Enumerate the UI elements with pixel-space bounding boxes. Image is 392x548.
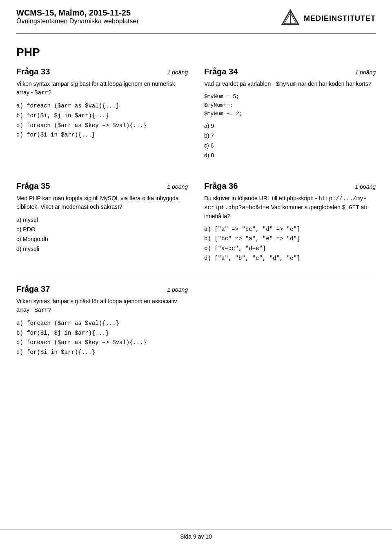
answer-34-b: b) 7: [204, 131, 376, 141]
question-33: Fråga 33 1 poäng Vilken syntax lämpar si…: [16, 67, 188, 161]
question-37: Fråga 37 1 poäng Vilken syntax lämpar si…: [16, 284, 188, 358]
question-placeholder: [204, 284, 376, 358]
question-36-header: Fråga 36 1 poäng: [204, 181, 376, 191]
question-36-text: Du skriver in följande URL till ett php-…: [204, 194, 376, 221]
answer-37-d: d) for($i in $arr){...}: [16, 348, 188, 358]
answer-36-d: d) ["a", "b", "c", "d", "e"]: [204, 254, 376, 264]
divider-2: [16, 276, 376, 276]
logo-text: MEDIEINSTITUTET: [304, 14, 376, 23]
question-33-text: Vilken syntax lämpar sig bäst för att lo…: [16, 80, 188, 97]
question-36-title: Fråga 36: [204, 181, 238, 191]
question-35-points: 1 poäng: [167, 183, 188, 190]
question-36: Fråga 36 1 poäng Du skriver in följande …: [204, 181, 376, 264]
answer-35-d: d) mysqli: [16, 244, 188, 254]
question-35: Fråga 35 1 poäng Med PHP kan man koppla …: [16, 181, 188, 264]
question-34-points: 1 poäng: [355, 69, 376, 76]
questions-row-3: Fråga 37 1 poäng Vilken syntax lämpar si…: [16, 284, 376, 358]
answer-34-a: a) 9: [204, 121, 376, 131]
divider-1: [16, 173, 376, 173]
question-36-answers: a) ["a" => "bc", "d" => "e"] b) ["bc" =>…: [204, 225, 376, 264]
answer-37-a: a) foreach ($arr as $val){...}: [16, 319, 188, 329]
answer-36-a: a) ["a" => "bc", "d" => "e"]: [204, 225, 376, 235]
answer-33-b: b) for($i, $j in $arr){...}: [16, 111, 188, 121]
logo-icon: [280, 8, 301, 29]
question-34-title: Fråga 34: [204, 67, 238, 76]
question-35-text: Med PHP kan man koppla sig till MySQL vi…: [16, 194, 188, 211]
question-33-answers: a) foreach ($arr as $val){...} b) for($i…: [16, 101, 188, 140]
section-heading: PHP: [16, 46, 376, 59]
answer-35-c: c) Mongo.db: [16, 235, 188, 244]
header-left: WCMS-15, Malmö, 2015-11-25 Övningstentam…: [16, 8, 139, 25]
answer-36-c: c) ["a=bc", "d=e"]: [204, 244, 376, 254]
answer-37-b: b) for($i, $j in $arr){...}: [16, 329, 188, 338]
answer-36-b: b) ["bc" => "a", "e" => "d"]: [204, 234, 376, 244]
question-34-header: Fråga 34 1 poäng: [204, 67, 376, 76]
questions-row-2: Fråga 35 1 poäng Med PHP kan man koppla …: [16, 181, 376, 264]
answer-37-c: c) foreach ($arr as $key => $val){...}: [16, 338, 188, 348]
question-34-text: Vad är värdet på variablen - $myNum när …: [204, 80, 376, 89]
question-37-points: 1 poäng: [167, 286, 188, 293]
question-37-title: Fråga 37: [16, 284, 50, 294]
question-34: Fråga 34 1 poäng Vad är värdet på variab…: [204, 67, 376, 161]
question-35-answers: a) mysql b) PDO c) Mongo.db d) mysqli: [16, 215, 188, 254]
page-number: Sida 9 av 10: [180, 533, 212, 540]
question-36-points: 1 poäng: [355, 183, 376, 190]
answer-35-a: a) mysql: [16, 215, 188, 225]
header-subtitle: Övningstentamen Dynamiska webbplatser: [16, 18, 139, 25]
question-37-text: Vilken syntax lämpar sig bäst för att lo…: [16, 297, 188, 315]
answer-34-d: d) 8: [204, 151, 376, 161]
question-33-title: Fråga 33: [16, 67, 50, 76]
page-header: WCMS-15, Malmö, 2015-11-25 Övningstentam…: [16, 8, 376, 34]
question-35-title: Fråga 35: [16, 181, 50, 191]
answer-33-a: a) foreach ($arr as $val){...}: [16, 101, 188, 111]
header-logo: MEDIEINSTITUTET: [280, 8, 376, 29]
answer-33-c: c) foreach ($arr as $key => $val){...}: [16, 121, 188, 131]
question-33-points: 1 poäng: [167, 69, 188, 76]
header-title: WCMS-15, Malmö, 2015-11-25: [16, 8, 139, 18]
page-footer: Sida 9 av 10: [0, 530, 392, 540]
question-37-header: Fråga 37 1 poäng: [16, 284, 188, 294]
questions-row-1: Fråga 33 1 poäng Vilken syntax lämpar si…: [16, 67, 376, 161]
question-34-answers: a) 9 b) 7 c) 6 d) 8: [204, 121, 376, 160]
question-37-answers: a) foreach ($arr as $val){...} b) for($i…: [16, 319, 188, 358]
question-35-header: Fråga 35 1 poäng: [16, 181, 188, 191]
answer-33-d: d) for($i in $arr){...}: [16, 130, 188, 140]
question-34-code: $myNum = 5; $myNum++; $myNum += 2;: [204, 93, 376, 118]
answer-35-b: b) PDO: [16, 225, 188, 235]
answer-34-c: c) 6: [204, 141, 376, 151]
question-33-header: Fråga 33 1 poäng: [16, 67, 188, 76]
